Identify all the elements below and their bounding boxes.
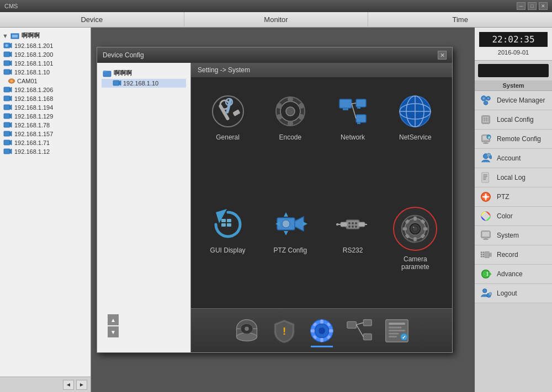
device-item[interactable]: 192.168.1.129 <box>0 112 91 121</box>
scroll-up-button[interactable]: ▲ <box>108 314 119 325</box>
svg-rect-9 <box>4 69 10 74</box>
camera-icon <box>3 131 12 137</box>
svg-rect-53 <box>357 122 360 124</box>
settings-grid: General <box>191 77 452 308</box>
setting-rs232[interactable]: RS232 <box>327 201 379 298</box>
netservice-icon <box>397 94 433 129</box>
minimize-button[interactable]: ─ <box>517 2 526 10</box>
device-group[interactable]: ▼ 啊啊啊 <box>0 30 91 41</box>
right-menu-advance[interactable]: Advance <box>475 265 552 284</box>
setting-network[interactable]: Network <box>327 88 379 185</box>
scroll-down-button[interactable]: ▼ <box>108 326 119 337</box>
nav-prev[interactable]: ◄ <box>63 380 74 390</box>
svg-point-81 <box>355 225 357 228</box>
clock-display: 22:02:35 <box>479 32 548 47</box>
svg-rect-19 <box>4 114 10 119</box>
dialog-tree-item[interactable]: 192.168.1.10 <box>102 79 186 88</box>
bottom-icon-network[interactable] <box>345 316 374 345</box>
bottom-icon-storage[interactable] <box>232 316 261 345</box>
title-bar: CMS ─ □ ✕ <box>0 0 552 12</box>
settings-breadcrumb: Setting -> System <box>191 63 452 77</box>
svg-point-12 <box>10 80 13 83</box>
bottom-icon-security[interactable]: ! <box>270 316 299 345</box>
setting-netservice[interactable]: NetService <box>390 88 441 185</box>
nav-next[interactable]: ► <box>76 380 87 390</box>
storage-icon-svg <box>233 318 260 344</box>
menu-device[interactable]: Device <box>0 12 184 27</box>
svg-line-55 <box>352 104 356 119</box>
svg-point-77 <box>352 222 354 224</box>
device-item[interactable]: 192.168.1.200 <box>0 50 91 59</box>
bottom-icon-system[interactable] <box>307 316 336 345</box>
device-item[interactable]: 192.168.1.157 <box>0 130 91 138</box>
svg-marker-69 <box>284 212 288 217</box>
device-manager-icon <box>479 94 492 107</box>
close-button[interactable]: ✕ <box>539 2 548 10</box>
device-item[interactable]: CAM01 <box>0 77 91 85</box>
svg-rect-1 <box>12 35 18 37</box>
svg-point-76 <box>348 222 351 224</box>
device-item[interactable]: 192.168.1.78 <box>0 121 91 130</box>
setting-ptzconfig[interactable]: PTZ Config <box>264 201 316 298</box>
svg-point-102 <box>245 326 248 330</box>
dialog-tree-group[interactable]: 啊啊啊 <box>102 67 186 79</box>
menu-bar: Device Monitor Time <box>0 12 552 28</box>
svg-rect-171 <box>483 256 485 257</box>
right-menu-local-log[interactable]: Local Log <box>475 168 552 187</box>
dialog-title-bar: Device Config ✕ <box>97 47 452 63</box>
svg-marker-20 <box>10 114 12 119</box>
device-item[interactable]: 192.168.1.194 <box>0 103 91 112</box>
right-menu-record[interactable]: Record <box>475 245 552 265</box>
network-label: Network <box>341 133 365 141</box>
svg-rect-65 <box>227 223 231 227</box>
svg-text:⇄: ⇄ <box>488 136 490 139</box>
svg-point-131 <box>487 98 489 99</box>
device-item[interactable]: 192.168.1.101 <box>0 59 91 68</box>
main-content: ▼ 啊啊啊 192.168.1.201 <box>0 28 552 392</box>
right-menu-local-config[interactable]: Local Config <box>475 110 552 130</box>
system-right-label: System <box>497 232 519 239</box>
svg-rect-117 <box>363 334 371 340</box>
setting-encode[interactable]: Encode <box>264 88 316 185</box>
device-item[interactable]: 192.168.1.12 <box>0 147 91 156</box>
group-icon <box>10 33 19 39</box>
right-menu-device-manager[interactable]: Device Manager <box>475 91 552 110</box>
svg-rect-172 <box>485 252 489 258</box>
svg-point-4 <box>6 44 8 47</box>
color-icon <box>479 210 492 223</box>
svg-point-47 <box>286 107 295 116</box>
right-menu-account[interactable]: Account <box>475 149 552 168</box>
right-menu-logout[interactable]: Logout <box>475 284 552 303</box>
svg-point-42 <box>299 103 304 109</box>
svg-rect-87 <box>414 237 417 241</box>
device-item[interactable]: 192.168.1.201 <box>0 41 91 50</box>
svg-point-43 <box>299 114 304 120</box>
dialog-close-button[interactable]: ✕ <box>438 51 447 60</box>
svg-rect-25 <box>4 140 10 145</box>
device-item[interactable]: 192.168.1.71 <box>0 138 91 147</box>
svg-rect-88 <box>403 227 407 230</box>
device-item[interactable]: 192.168.1.10 <box>0 68 91 77</box>
menu-monitor[interactable]: Monitor <box>184 12 369 27</box>
device-panel: ▼ 啊啊啊 192.168.1.201 <box>0 28 91 392</box>
svg-marker-14 <box>10 87 12 92</box>
setting-guidisplay[interactable]: GUI Display <box>202 201 253 298</box>
device-item[interactable]: 192.168.1.168 <box>0 94 91 103</box>
device-item[interactable]: 192.168.1.206 <box>0 85 91 94</box>
account-label: Account <box>497 154 521 162</box>
right-menu-system[interactable]: System <box>475 226 552 245</box>
svg-rect-115 <box>347 321 356 328</box>
setting-cameraparam[interactable]: Camera paramete <box>390 201 441 298</box>
camera-icon <box>3 95 12 102</box>
system-section-title: System <box>475 80 552 91</box>
right-menu-color[interactable]: Color <box>475 207 552 226</box>
svg-point-46 <box>277 103 282 109</box>
right-menu-ptz[interactable]: PTZ <box>475 187 552 207</box>
right-menu-remote-config[interactable]: ⇄ Remote Config <box>475 130 552 149</box>
svg-point-160 <box>484 195 487 198</box>
local-log-label: Local Log <box>497 174 526 181</box>
maximize-button[interactable]: □ <box>528 2 537 10</box>
setting-general[interactable]: General <box>202 88 253 185</box>
bottom-icon-info[interactable]: ✓ <box>383 316 411 345</box>
menu-time[interactable]: Time <box>368 12 552 27</box>
